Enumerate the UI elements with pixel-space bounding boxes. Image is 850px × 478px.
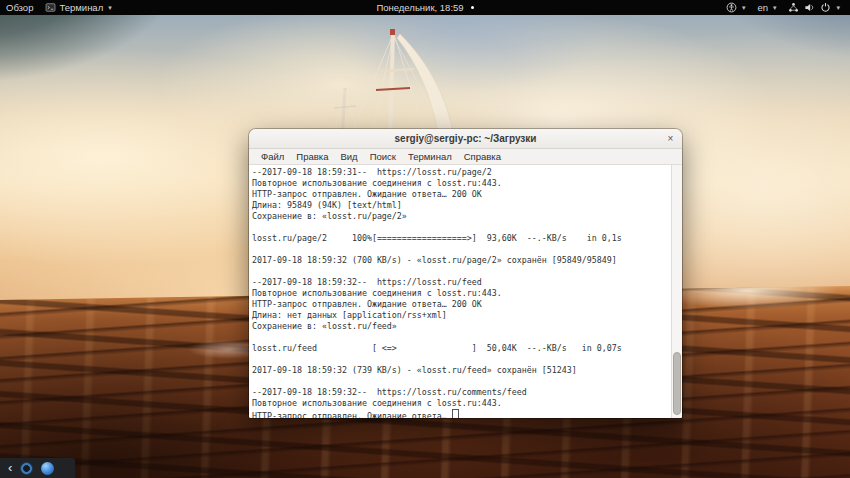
terminal-line: --2017-09-18 18:59:31-- https://losst.ru… [252,167,670,178]
terminal-line: Длина: нет данных [application/rss+xml] [252,310,670,321]
menu-item[interactable]: Поиск [365,149,401,164]
terminal-app-icon [45,2,56,13]
terminal-line: Длина: 95849 (94K) [text/html] [252,200,670,211]
terminal-line [252,332,670,343]
dock-app-icon-2[interactable] [41,462,54,475]
terminal-line: Повторное использование соединения с los… [252,398,670,409]
scrollbar-thumb[interactable] [673,352,681,415]
top-bar-left: Обзор Терминал ▾ [0,0,118,15]
volume-icon [804,2,815,13]
prompt-text: HTTP-запрос отправлен. Ожидание ответа… [252,411,452,418]
accessibility-menu-button[interactable]: ▾ [720,0,752,15]
app-menu-label: Терминал [59,2,103,13]
terminal-line: Сохранение в: «losst.ru/page/2» [252,211,670,222]
desktop: Обзор Терминал ▾ Понедельник, 18:59 [0,0,850,478]
chevron-down-icon: ▾ [108,4,112,12]
app-menu-button[interactable]: Терминал ▾ [39,0,117,15]
terminal-line: HTTP-запрос отправлен. Ожидание ответа… … [252,299,670,310]
terminal-window: sergiy@sergiy-pc: ~/Загрузки × ФайлПравк… [249,129,682,418]
clock-button[interactable]: Понедельник, 18:59 [370,0,479,15]
terminal-line [252,354,670,365]
network-icon [788,2,799,13]
system-menu-button[interactable]: ▾ [782,0,846,15]
accessibility-icon [726,2,737,13]
clock-label: Понедельник, 18:59 [376,2,463,13]
system-icons [788,2,831,13]
top-bar: Обзор Терминал ▾ Понедельник, 18:59 [0,0,850,15]
terminal-text: --2017-09-18 18:59:31-- https://losst.ru… [252,167,670,418]
power-icon [820,2,831,13]
scrollbar[interactable] [671,165,682,418]
menu-item[interactable]: Терминал [403,149,457,164]
menu-item[interactable]: Вид [335,149,362,164]
bottom-dock: ‹ [0,458,75,478]
close-button[interactable]: × [664,132,677,145]
terminal-line: losst.ru/page/2 100%[==================>… [252,233,670,244]
terminal-prompt-line: HTTP-запрос отправлен. Ожидание ответа… [252,409,670,418]
terminal-output-area[interactable]: --2017-09-18 18:59:31-- https://losst.ru… [249,165,682,418]
chevron-down-icon: ▾ [773,4,777,12]
terminal-line: Повторное использование соединения с los… [252,178,670,189]
terminal-line: 2017-09-18 18:59:32 (700 KB/s) - «losst.… [252,255,670,266]
terminal-line: HTTP-запрос отправлен. Ожидание ответа… … [252,189,670,200]
terminal-line: 2017-09-18 18:59:32 (739 KB/s) - «losst.… [252,365,670,376]
chevron-down-icon: ▾ [742,4,746,12]
menu-item[interactable]: Файл [256,149,289,164]
terminal-cursor [452,409,459,418]
top-bar-right: ▾ en ▾ [720,0,850,15]
terminal-line: Сохранение в: «losst.ru/feed» [252,321,670,332]
activities-label: Обзор [6,2,33,13]
terminal-line: --2017-09-18 18:59:32-- https://losst.ru… [252,387,670,398]
dock-app-icon-1[interactable] [20,462,33,475]
terminal-line [252,266,670,277]
menu-item[interactable]: Правка [291,149,333,164]
keyboard-layout-label: en [757,2,768,13]
terminal-line [252,222,670,233]
terminal-line [252,244,670,255]
sailboat-mast-image [330,20,495,145]
chevron-down-icon: ▾ [836,4,840,12]
window-title: sergiy@sergiy-pc: ~/Загрузки [249,133,682,144]
terminal-lines: --2017-09-18 18:59:31-- https://losst.ru… [252,167,670,409]
terminal-line [252,376,670,387]
menu-bar: ФайлПравкаВидПоискТерминалСправка [249,149,682,165]
terminal-line: Повторное использование соединения с los… [252,288,670,299]
terminal-line: --2017-09-18 18:59:32-- https://losst.ru… [252,277,670,288]
notification-dot [471,6,474,9]
terminal-line: losst.ru/feed [ <=> ] 50,04K --.-KB/s in… [252,343,670,354]
keyboard-layout-button[interactable]: en ▾ [751,0,782,15]
menu-item[interactable]: Справка [459,149,506,164]
window-titlebar[interactable]: sergiy@sergiy-pc: ~/Загрузки × [249,129,682,149]
activities-button[interactable]: Обзор [0,0,39,15]
dock-collapse-button[interactable]: ‹ [8,459,12,477]
